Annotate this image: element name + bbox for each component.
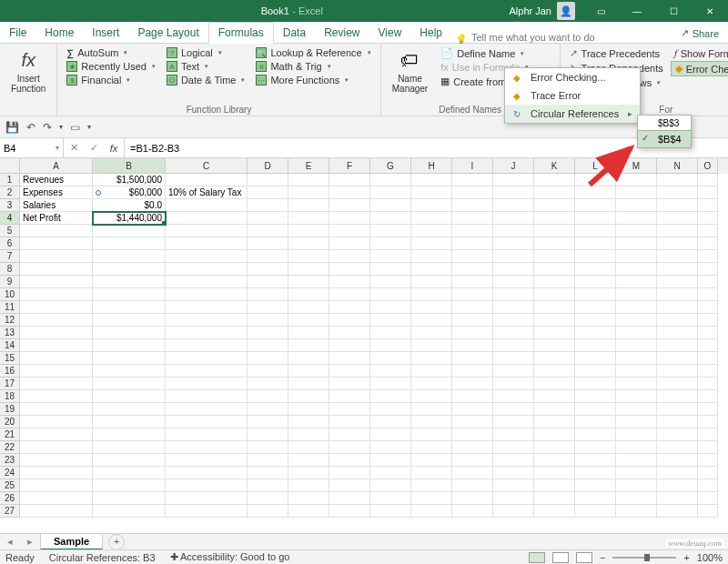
cell[interactable]	[370, 276, 411, 288]
cell[interactable]	[20, 301, 93, 314]
cell[interactable]	[248, 454, 288, 467]
cell[interactable]	[288, 352, 329, 365]
financial-button[interactable]: $Financial▾	[63, 74, 159, 86]
cell[interactable]	[20, 390, 93, 403]
cell[interactable]	[411, 301, 452, 314]
cell[interactable]	[493, 505, 534, 518]
cell[interactable]	[166, 467, 248, 479]
cell[interactable]	[575, 199, 616, 212]
cell[interactable]	[657, 505, 698, 518]
cell[interactable]	[452, 276, 493, 288]
cell[interactable]	[698, 237, 718, 250]
row-header[interactable]: 22	[0, 441, 20, 454]
cell[interactable]	[329, 428, 370, 441]
cell[interactable]	[698, 454, 718, 467]
cell[interactable]	[452, 428, 493, 441]
cell[interactable]	[248, 352, 288, 365]
cell[interactable]	[616, 479, 657, 492]
cell[interactable]	[166, 276, 248, 288]
cell[interactable]	[93, 390, 166, 403]
cell[interactable]	[248, 237, 288, 250]
cell[interactable]	[329, 186, 370, 199]
view-normal-button[interactable]	[529, 552, 545, 563]
row-header[interactable]: 10	[0, 288, 20, 301]
cell[interactable]	[411, 454, 452, 467]
worksheet-grid[interactable]: A B C D E F G H I J K L M N O 1Revenues$…	[0, 158, 728, 533]
cell[interactable]	[493, 390, 534, 403]
cell[interactable]	[698, 174, 718, 186]
cell[interactable]	[288, 276, 329, 288]
cell[interactable]	[575, 365, 616, 378]
cell[interactable]	[452, 352, 493, 365]
cell[interactable]	[698, 479, 718, 492]
cell[interactable]	[534, 390, 575, 403]
autosum-button[interactable]: ∑AutoSum▾	[63, 46, 159, 59]
cell[interactable]	[616, 428, 657, 441]
cell[interactable]	[616, 441, 657, 454]
cell[interactable]	[411, 174, 452, 186]
cell[interactable]	[452, 225, 493, 237]
cell[interactable]	[288, 454, 329, 467]
cell[interactable]	[166, 288, 248, 301]
cell[interactable]	[657, 403, 698, 416]
cell[interactable]	[616, 276, 657, 288]
cell[interactable]	[370, 174, 411, 186]
cell[interactable]	[248, 505, 288, 518]
cell[interactable]	[575, 441, 616, 454]
cell[interactable]	[288, 403, 329, 416]
cell[interactable]	[248, 314, 288, 327]
cell[interactable]	[452, 467, 493, 479]
col-header[interactable]: N	[657, 158, 698, 174]
cell[interactable]	[20, 352, 93, 365]
cell[interactable]	[493, 237, 534, 250]
cell[interactable]	[534, 352, 575, 365]
cell[interactable]	[411, 378, 452, 390]
cell[interactable]	[534, 327, 575, 339]
cell[interactable]	[575, 390, 616, 403]
cell[interactable]	[616, 186, 657, 199]
cell[interactable]	[248, 276, 288, 288]
cell[interactable]	[452, 339, 493, 352]
cell[interactable]	[329, 365, 370, 378]
cell[interactable]	[288, 225, 329, 237]
tab-data[interactable]: Data	[274, 23, 315, 43]
tab-help[interactable]: Help	[410, 23, 451, 43]
date-time-button[interactable]: ⏲Date & Time▾	[163, 74, 249, 86]
cell[interactable]	[616, 327, 657, 339]
cell[interactable]	[534, 454, 575, 467]
minimize-button[interactable]: ―	[619, 0, 655, 22]
cell[interactable]	[493, 212, 534, 225]
cell[interactable]	[20, 505, 93, 518]
user-account[interactable]: Alphr Jan 👤	[502, 2, 582, 20]
cell[interactable]	[329, 174, 370, 186]
cell[interactable]	[452, 199, 493, 212]
cell[interactable]	[166, 428, 248, 441]
cell[interactable]	[288, 428, 329, 441]
tab-view[interactable]: View	[369, 23, 411, 43]
cell[interactable]	[166, 250, 248, 263]
cell[interactable]	[452, 505, 493, 518]
cell[interactable]	[534, 467, 575, 479]
cell[interactable]	[411, 199, 452, 212]
cell[interactable]	[329, 301, 370, 314]
cell[interactable]	[166, 301, 248, 314]
cell[interactable]	[493, 174, 534, 186]
cell[interactable]	[452, 479, 493, 492]
cell[interactable]	[657, 428, 698, 441]
cell[interactable]	[329, 250, 370, 263]
cell[interactable]	[411, 403, 452, 416]
cell[interactable]	[616, 263, 657, 276]
cell[interactable]	[288, 492, 329, 505]
cell[interactable]	[93, 403, 166, 416]
cell[interactable]	[698, 365, 718, 378]
cell[interactable]	[370, 378, 411, 390]
col-header[interactable]: C	[166, 158, 248, 174]
cell[interactable]	[248, 378, 288, 390]
cell[interactable]	[657, 288, 698, 301]
cell[interactable]	[452, 378, 493, 390]
cell[interactable]	[452, 327, 493, 339]
recently-used-button[interactable]: ★Recently Used▾	[63, 60, 159, 73]
cell[interactable]	[248, 339, 288, 352]
cell[interactable]	[329, 378, 370, 390]
define-name-button[interactable]: 📄Define Name▾	[437, 46, 553, 60]
